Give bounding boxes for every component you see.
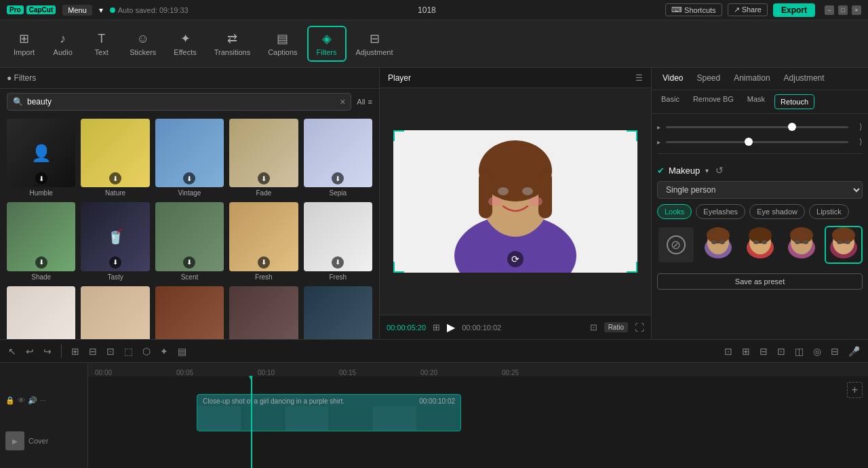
makeup-tab-lipstick[interactable]: Lipstick [809, 204, 849, 219]
filter-item-tasty[interactable]: 🥤 ⬇ Tasty [81, 202, 149, 280]
mirror-button[interactable]: ⬡ [140, 345, 153, 358]
makeup-reset-button[interactable]: ↺ [715, 165, 724, 176]
eye-icon[interactable]: 👁 [18, 396, 25, 405]
filter-item-shade[interactable]: ⬇ Shade [7, 202, 75, 280]
fullscreen-button[interactable]: ⛶ [635, 322, 644, 333]
subtab-mask[interactable]: Mask [742, 92, 770, 111]
tl-minus-button[interactable]: ⊟ [828, 345, 842, 358]
tl-link-button[interactable]: ⊟ [757, 345, 770, 358]
filter-item-nature[interactable]: ⬇ Nature [81, 119, 149, 197]
playhead[interactable]: ▼ [251, 376, 252, 468]
filter-item-badbunny[interactable]: ⬇ Badbunny [229, 286, 298, 339]
tl-circle-button[interactable]: ◎ [810, 345, 824, 358]
filter-item-humble[interactable]: 👤 ⬇ Humble [7, 119, 75, 197]
tool-captions[interactable]: ▤ Captions [260, 27, 305, 60]
player-menu-icon[interactable]: ☰ [635, 73, 643, 83]
expand-icon[interactable]: ▸ [657, 123, 660, 131]
menu-button[interactable]: Menu [62, 5, 92, 16]
tool-text[interactable]: T Text [83, 28, 120, 60]
redo-button[interactable]: ↪ [41, 345, 54, 358]
crop-button[interactable]: ⊟ [86, 345, 100, 358]
look-none[interactable]: ⊘ [657, 226, 695, 264]
recenter-button[interactable]: ⟳ [507, 251, 524, 267]
filter-item-dusk[interactable]: ⬇ Dusk [304, 286, 372, 339]
save-preset-button[interactable]: Save as preset [657, 273, 863, 290]
subtab-basic[interactable]: Basic [656, 92, 685, 111]
tl-caption2-button[interactable]: ◫ [792, 345, 806, 358]
makeup-tab-looks[interactable]: Looks [657, 204, 692, 219]
tab-adjustment[interactable]: Adjustment [777, 68, 831, 90]
tl-split2-button[interactable]: ⊡ [774, 345, 788, 358]
freeze-button[interactable]: ⬚ [121, 345, 136, 358]
slider-2-expand[interactable]: ⟩ [859, 137, 863, 147]
tool-audio[interactable]: ♪ Audio [44, 28, 81, 60]
person-select[interactable]: Single person [657, 181, 863, 199]
tab-animation[interactable]: Animation [727, 68, 776, 90]
undo-button[interactable]: ↩ [23, 345, 37, 358]
export-button[interactable]: Export [773, 3, 815, 17]
minimize-button[interactable]: − [825, 5, 834, 15]
tab-video[interactable]: Video [656, 68, 690, 90]
share-button[interactable]: ↗ Share [728, 3, 768, 16]
right-panel-tabs: Video Speed Animation Adjustment [652, 68, 868, 90]
shortcuts-button[interactable]: ⌨ Shortcuts [665, 3, 722, 16]
look-3[interactable] [783, 226, 821, 264]
play-button[interactable]: ▶ [447, 321, 455, 334]
frame-grid-icon[interactable]: ⊞ [433, 322, 440, 332]
video-clip[interactable]: Close-up shot of a girl dancing in a pur… [197, 394, 461, 431]
delete-button[interactable]: ⊡ [104, 345, 117, 358]
tool-import[interactable]: ⊞ Import [5, 27, 43, 60]
tl-snap-button[interactable]: ⊡ [722, 345, 735, 358]
search-input[interactable] [27, 97, 336, 106]
add-media-button[interactable]: + [847, 382, 863, 398]
look-4[interactable] [825, 226, 863, 264]
slider-1[interactable] [666, 126, 848, 128]
subtab-retouch[interactable]: Retouch [774, 94, 814, 109]
look-1[interactable] [699, 226, 737, 264]
filter-grid: 👤 ⬇ Humble ⬇ Nature ⬇ [7, 119, 372, 339]
cursor-tool[interactable]: ↖ [5, 345, 19, 358]
filter-item-fade[interactable]: ⬇ Fade [229, 119, 298, 197]
tool-filters[interactable]: ◈ Filters [307, 26, 347, 62]
tab-speed[interactable]: Speed [690, 68, 727, 90]
makeup-expand-icon[interactable]: ▾ [705, 167, 709, 174]
split-button[interactable]: ⊞ [68, 345, 82, 358]
slider-row-2: ▸ ⟩ [657, 137, 863, 147]
all-filter-button[interactable]: All ≡ [357, 98, 372, 106]
caption-button[interactable]: ▤ [175, 345, 189, 358]
audio-icon[interactable]: 🔊 [28, 396, 37, 405]
more-icon[interactable]: ··· [40, 396, 46, 405]
search-box[interactable]: 🔍 × [7, 93, 351, 111]
expand-icon-2[interactable]: ▸ [657, 138, 660, 146]
tl-magnet-button[interactable]: ⊞ [739, 345, 753, 358]
search-clear-icon[interactable]: × [340, 96, 345, 107]
filter-item-sepia[interactable]: ⬇ Sepia [304, 119, 372, 197]
makeup-check-icon[interactable]: ✔ [657, 165, 665, 176]
look-2[interactable] [741, 226, 779, 264]
filter-item-scent[interactable]: ⬇ Scent [155, 202, 224, 280]
slider-2[interactable] [666, 141, 848, 143]
filter-item-tasty2[interactable]: ⬇ Tasty [81, 286, 149, 339]
tool-stickers[interactable]: ☺ Stickers [121, 28, 164, 60]
clip-time: 00:00:10:02 [419, 397, 455, 405]
makeup-tab-eye-shadow[interactable]: Eye shadow [749, 204, 805, 219]
makeup-tab-eyelashes[interactable]: Eyelashes [696, 204, 745, 219]
filter-item-vintage[interactable]: ⬇ Vintage [155, 119, 224, 197]
lock-icon[interactable]: 🔒 [5, 396, 15, 405]
tool-adjustment[interactable]: ⊟ Adjustment [348, 27, 401, 60]
filter-item-radiance[interactable]: ⬇ Radiance [155, 286, 224, 339]
close-button[interactable]: × [852, 5, 861, 15]
slider-1-expand[interactable]: ⟩ [859, 122, 863, 132]
filter-item-nature2[interactable]: ⬇ Nature [7, 286, 75, 339]
ratio-button[interactable]: Ratio [604, 322, 628, 332]
filter-item-fresh1[interactable]: ⬇ Fresh [229, 202, 298, 280]
tl-mic-button[interactable]: 🎤 [846, 345, 863, 358]
fit-button[interactable]: ⊡ [590, 322, 597, 332]
current-time: 00:00:05:20 [387, 324, 426, 332]
tool-transitions[interactable]: ⇄ Transitions [206, 27, 258, 60]
tool-effects[interactable]: ✦ Effects [165, 27, 204, 60]
maximize-button[interactable]: □ [838, 5, 848, 15]
subtab-remove-bg[interactable]: Remove BG [688, 92, 739, 111]
filter-item-fresh2[interactable]: ⬇ Fresh [304, 202, 372, 280]
fx-button[interactable]: ✦ [157, 345, 171, 358]
